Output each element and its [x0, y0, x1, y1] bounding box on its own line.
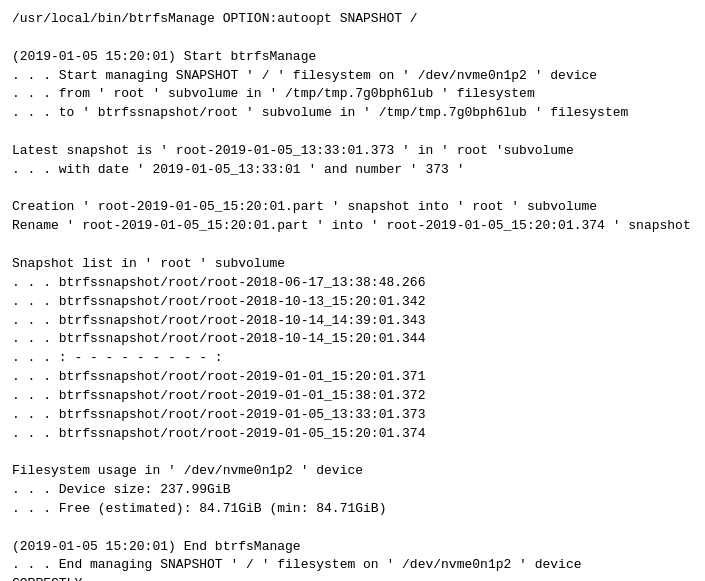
terminal-output: /usr/local/bin/btrfsManage OPTION:autoop…: [12, 10, 693, 581]
